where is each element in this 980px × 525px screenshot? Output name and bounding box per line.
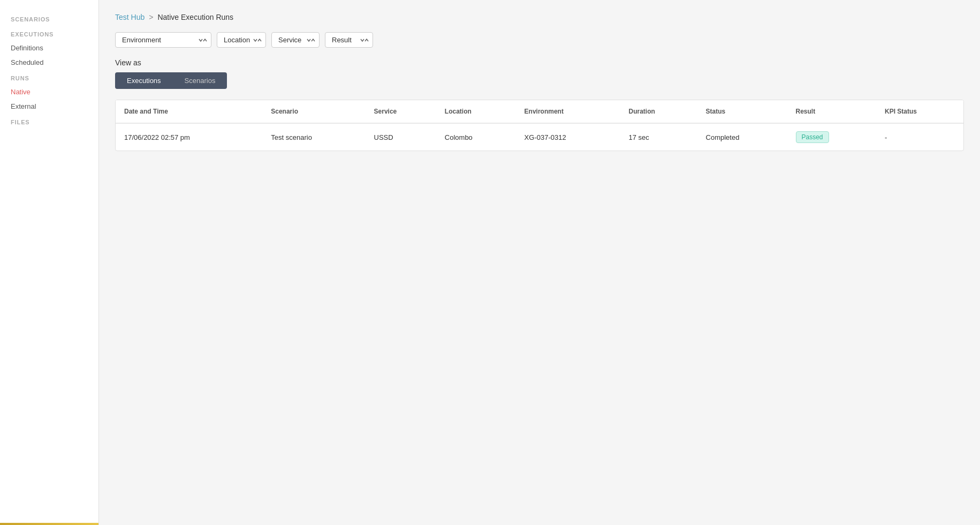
tab-bar: Executions Scenarios xyxy=(115,72,964,89)
sidebar-section-runs: RUNS Native External xyxy=(0,70,98,114)
service-filter[interactable]: Service xyxy=(271,32,320,48)
cell-kpi-status: - xyxy=(876,123,963,151)
breadcrumb: Test Hub > Native Execution Runs xyxy=(115,13,964,21)
result-badge: Passed xyxy=(796,131,829,143)
col-header-status: Status xyxy=(697,100,787,123)
sidebar: SCENARIOS EXECUTIONS Definitions Schedul… xyxy=(0,0,99,525)
table-container: Date and Time Scenario Service Location … xyxy=(115,100,964,151)
col-header-datetime: Date and Time xyxy=(116,100,262,123)
sidebar-item-native[interactable]: Native xyxy=(0,85,98,99)
sidebar-section-label-scenarios: SCENARIOS xyxy=(0,11,98,26)
cell-service: USSD xyxy=(366,123,436,151)
runs-table: Date and Time Scenario Service Location … xyxy=(116,100,963,151)
sidebar-section-label-executions: EXECUTIONS xyxy=(0,26,98,41)
tab-scenarios[interactable]: Scenarios xyxy=(173,72,227,89)
breadcrumb-separator: > xyxy=(149,13,153,21)
location-filter[interactable]: Location xyxy=(217,32,266,48)
cell-duration: 17 sec xyxy=(620,123,697,151)
cell-scenario: Test scenario xyxy=(262,123,365,151)
breadcrumb-current: Native Execution Runs xyxy=(157,13,233,21)
col-header-service: Service xyxy=(366,100,436,123)
environment-filter[interactable]: Environment xyxy=(115,32,211,48)
col-header-location: Location xyxy=(436,100,516,123)
sidebar-section-label-files: FILES xyxy=(0,114,98,129)
col-header-environment: Environment xyxy=(516,100,620,123)
cell-datetime: 17/06/2022 02:57 pm xyxy=(116,123,262,151)
table-row[interactable]: 17/06/2022 02:57 pmTest scenarioUSSDColo… xyxy=(116,123,963,151)
col-header-duration: Duration xyxy=(620,100,697,123)
col-header-result: Result xyxy=(787,100,877,123)
cell-environment: XG-037-0312 xyxy=(516,123,620,151)
main-content: Test Hub > Native Execution Runs Environ… xyxy=(99,0,980,525)
result-filter[interactable]: Result xyxy=(325,32,373,48)
sidebar-section-label-runs: RUNS xyxy=(0,70,98,85)
filter-row: Environment Location Service Result xyxy=(115,32,964,48)
sidebar-section-files: FILES xyxy=(0,114,98,129)
sidebar-item-definitions[interactable]: Definitions xyxy=(0,41,98,55)
sidebar-section-scenarios: SCENARIOS xyxy=(0,11,98,26)
cell-result: Passed xyxy=(787,123,877,151)
breadcrumb-link[interactable]: Test Hub xyxy=(115,13,145,21)
tab-executions[interactable]: Executions xyxy=(115,72,173,89)
sidebar-item-scheduled[interactable]: Scheduled xyxy=(0,55,98,70)
col-header-kpi-status: KPI Status xyxy=(876,100,963,123)
sidebar-item-external[interactable]: External xyxy=(0,99,98,114)
sidebar-section-executions: EXECUTIONS Definitions Scheduled xyxy=(0,26,98,70)
table-header-row: Date and Time Scenario Service Location … xyxy=(116,100,963,123)
col-header-scenario: Scenario xyxy=(262,100,365,123)
sidebar-bottom-bar xyxy=(0,523,98,525)
view-as-label: View as xyxy=(115,58,964,67)
cell-location: Colombo xyxy=(436,123,516,151)
cell-status: Completed xyxy=(697,123,787,151)
